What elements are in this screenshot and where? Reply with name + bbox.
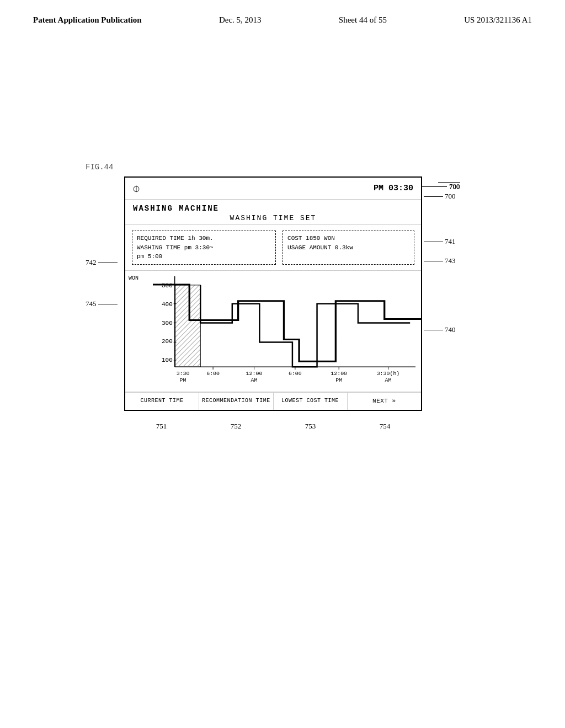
ref-700-group: 700 bbox=[424, 192, 456, 201]
chart-area: WON 500 400 300 200 100 bbox=[125, 271, 421, 392]
required-time-label: REQUIRED TIME 1h 30m. bbox=[137, 234, 271, 243]
washing-time-end: pm 5:00 bbox=[137, 252, 271, 261]
header-left: Patent Application Publication bbox=[33, 15, 142, 25]
ref-740-text: 740 bbox=[445, 325, 456, 334]
device-time-display: PM 03:30 bbox=[374, 184, 413, 193]
device-title-area: WASHING MACHINE WASHING TIME SET bbox=[125, 200, 421, 225]
ref-743-text: 743 bbox=[445, 256, 456, 265]
ref-740-group: 740 bbox=[424, 325, 456, 334]
ref-754-text: 754 bbox=[380, 422, 391, 431]
ref-752-text: 752 bbox=[231, 422, 242, 431]
header-sheet: Sheet 44 of 55 bbox=[339, 15, 387, 25]
buttons-row: CURRENT TIME RECOMMENDATION TIME LOWEST … bbox=[125, 392, 421, 410]
device-header-bar: ⌽ PM 03:30 bbox=[125, 178, 421, 200]
washing-machine-icon: ⌽ bbox=[133, 182, 140, 195]
ref-745-group: 745 bbox=[86, 299, 118, 308]
ref-745-text: 745 bbox=[86, 299, 97, 308]
ref-741-text: 741 bbox=[445, 237, 456, 246]
button-next[interactable]: NEXT » bbox=[348, 393, 421, 410]
ref-700-line: 700 bbox=[419, 182, 460, 191]
patent-header: Patent Application Publication Dec. 5, 2… bbox=[0, 0, 565, 25]
washing-time-label: WASHING TIME pm 3:30~ bbox=[137, 243, 271, 253]
chart-y-label: WON bbox=[129, 275, 138, 281]
info-box-left: REQUIRED TIME 1h 30m. WASHING TIME pm 3:… bbox=[132, 231, 276, 265]
cost-label: COST 1850 WON bbox=[287, 234, 409, 243]
info-boxes-row: REQUIRED TIME 1h 30m. WASHING TIME pm 3:… bbox=[125, 225, 421, 271]
bottom-refs: 751 752 753 754 bbox=[124, 422, 422, 431]
button-lowest-cost-time[interactable]: LOWEST COST TIME bbox=[274, 393, 348, 410]
header-right: US 2013/321136 A1 bbox=[464, 15, 532, 25]
device-panel: ⌽ PM 03:30 WASHING MACHINE WASHING TIME … bbox=[124, 176, 422, 411]
info-box-right: COST 1850 WON USAGE AMOUNT 0.3kw bbox=[282, 231, 414, 265]
ref-743-group: 743 bbox=[424, 256, 456, 265]
figure-label: FIG.44 bbox=[86, 163, 113, 172]
usage-amount-label: USAGE AMOUNT 0.3kw bbox=[287, 243, 409, 253]
appliance-name: WASHING MACHINE bbox=[133, 204, 413, 213]
ref-742-group: 742 bbox=[86, 258, 118, 267]
button-current-time[interactable]: CURRENT TIME bbox=[125, 393, 199, 410]
ref-742-text: 742 bbox=[86, 258, 97, 267]
chart-line-overlay bbox=[153, 271, 421, 392]
device-subtitle: WASHING TIME SET bbox=[133, 214, 413, 222]
ref-753-text: 753 bbox=[305, 422, 316, 431]
ref-741-group: 741 bbox=[424, 237, 456, 246]
header-date: Dec. 5, 2013 bbox=[219, 15, 262, 25]
button-recommendation-time[interactable]: RECOMMENDATION TIME bbox=[199, 393, 273, 410]
ref-700-text: 700 bbox=[445, 192, 456, 201]
ref-751-text: 751 bbox=[156, 422, 167, 431]
